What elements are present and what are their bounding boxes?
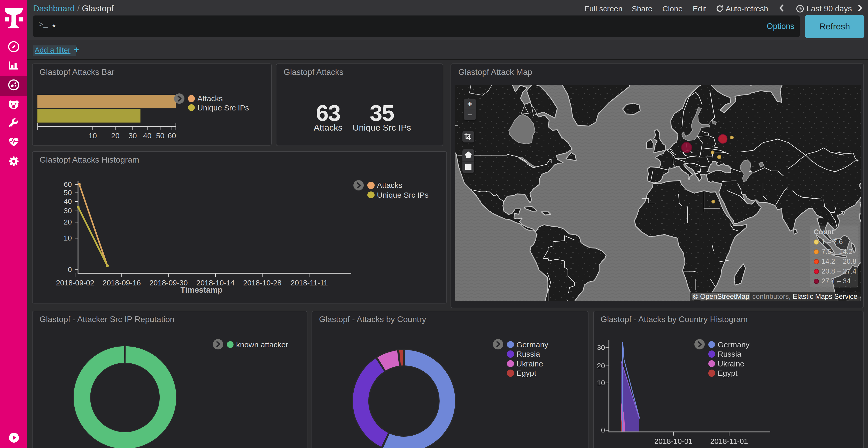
svg-text:2018-09-16: 2018-09-16	[102, 278, 141, 287]
svg-text:2018-11-01: 2018-11-01	[710, 437, 748, 445]
svg-text:20: 20	[64, 218, 71, 226]
svg-text:10: 10	[597, 379, 605, 387]
svg-text:20: 20	[111, 132, 119, 140]
svg-text:2018-11-11: 2018-11-11	[290, 278, 328, 287]
svg-text:40: 40	[143, 132, 151, 140]
svg-text:50: 50	[64, 188, 71, 196]
svg-text:20: 20	[597, 362, 605, 370]
svg-text:10: 10	[88, 132, 97, 140]
svg-text:40: 40	[64, 197, 71, 205]
svg-text:Timestamp: Timestamp	[180, 285, 222, 294]
svg-text:30: 30	[128, 132, 136, 140]
svg-text:2018-10-28: 2018-10-28	[243, 278, 281, 287]
svg-text:60: 60	[64, 180, 71, 188]
svg-text:30: 30	[597, 343, 605, 351]
svg-text:50: 50	[156, 132, 164, 140]
svg-text:60: 60	[167, 132, 176, 140]
svg-text:2018-09-02: 2018-09-02	[56, 278, 94, 287]
svg-text:0: 0	[67, 265, 71, 273]
svg-text:10: 10	[64, 234, 71, 242]
svg-text:0: 0	[601, 426, 605, 434]
svg-text:30: 30	[64, 206, 71, 214]
svg-text:2018-10-01: 2018-10-01	[654, 437, 692, 445]
